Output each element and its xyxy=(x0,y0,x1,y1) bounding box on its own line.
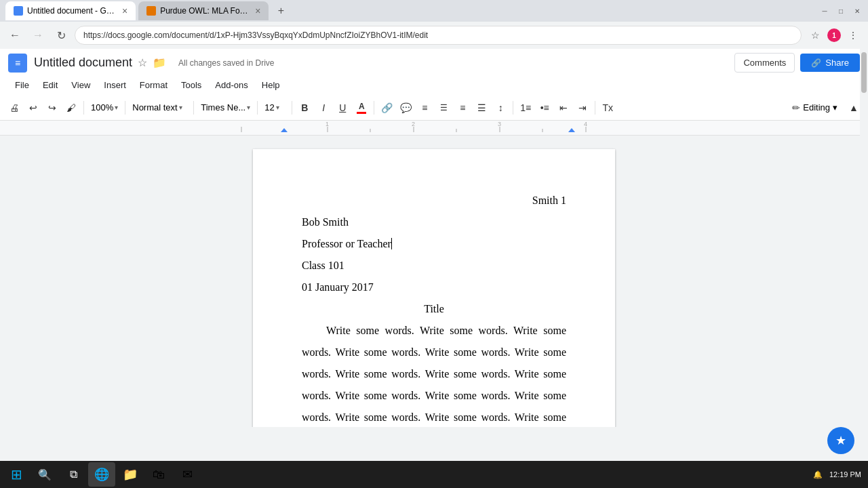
align-center-button[interactable]: ☰ xyxy=(435,99,452,117)
menu-help[interactable]: Help xyxy=(255,77,287,93)
store-icon: 🛍 xyxy=(153,468,165,482)
browser-tab-2[interactable]: Purdue OWL: MLA Formatting... × xyxy=(138,1,269,20)
email-icon: ✉ xyxy=(182,467,193,482)
maximize-button[interactable]: □ xyxy=(835,5,846,16)
undo-button[interactable]: ↩ xyxy=(24,99,42,117)
doc-paragraph-1[interactable]: Write some words. Write some words. Writ… xyxy=(302,320,566,427)
menu-addons[interactable]: Add-ons xyxy=(208,77,254,93)
align-right-button[interactable]: ≡ xyxy=(454,99,471,117)
tab-close-2[interactable]: × xyxy=(255,5,260,16)
settings-icon[interactable]: ⋮ xyxy=(844,26,863,45)
decrease-indent-button[interactable]: ⇤ xyxy=(555,99,572,117)
bold-button[interactable]: B xyxy=(296,99,313,117)
italic-button[interactable]: I xyxy=(315,99,332,117)
editing-mode-select[interactable]: ✏ Editing ▾ xyxy=(787,100,842,115)
toolbar-sep-4 xyxy=(257,101,258,115)
svg-text:3: 3 xyxy=(498,121,501,127)
paint-format-button[interactable]: 🖌 xyxy=(62,99,80,117)
menu-format[interactable]: Format xyxy=(133,77,174,93)
size-select[interactable]: 12 ▾ xyxy=(261,99,288,117)
font-select[interactable]: Times Ne... ▾ xyxy=(197,99,254,117)
gdocs-logo-text: ≡ xyxy=(15,58,20,68)
print-button[interactable]: 🖨 xyxy=(5,99,23,117)
share-button[interactable]: 🔗 Share xyxy=(800,54,860,72)
address-text: https://docs.google.com/document/d/1xP-H… xyxy=(83,30,793,40)
style-select[interactable]: Normal text ▾ xyxy=(129,99,190,117)
forward-button[interactable]: → xyxy=(28,26,47,45)
toolbar-sep-2 xyxy=(125,101,125,115)
start-button[interactable]: ⊞ xyxy=(3,462,30,487)
zoom-select[interactable]: 100% ▾ xyxy=(87,99,121,117)
address-bar[interactable]: https://docs.google.com/document/d/1xP-H… xyxy=(75,26,802,45)
bullet-list-button[interactable]: •≡ xyxy=(536,99,553,117)
scrollbar-track[interactable] xyxy=(860,49,868,455)
text-color-button[interactable]: A xyxy=(353,99,370,117)
toolbar-sep-5 xyxy=(292,101,292,115)
style-arrow: ▾ xyxy=(179,104,182,111)
comments-button[interactable]: Comments xyxy=(734,53,795,73)
browser-chrome: Untitled document - Goo... × Purdue OWL:… xyxy=(0,0,868,49)
size-value: 12 xyxy=(264,102,274,113)
tab-favicon-1 xyxy=(14,6,23,16)
new-tab-button[interactable]: + xyxy=(271,1,290,20)
tab-close-1[interactable]: × xyxy=(122,5,127,16)
increase-indent-button[interactable]: ⇥ xyxy=(574,99,591,117)
color-indicator xyxy=(357,112,366,114)
nav-right-icons: ☆ 1 ⋮ xyxy=(806,26,863,45)
explore-button[interactable]: ★ xyxy=(827,427,854,454)
comment-button[interactable]: 💬 xyxy=(397,99,414,117)
browser-tab-1[interactable]: Untitled document - Goo... × xyxy=(5,1,136,20)
svg-text:1: 1 xyxy=(326,121,329,127)
taskbar-taskview[interactable]: ⧉ xyxy=(60,462,87,487)
text-cursor xyxy=(391,238,392,249)
share-icon: 🔗 xyxy=(811,58,821,68)
style-value: Normal text xyxy=(132,102,177,113)
taskbar-email[interactable]: ✉ xyxy=(174,462,201,487)
editing-arrow: ▾ xyxy=(833,102,837,113)
back-button[interactable]: ← xyxy=(5,26,24,45)
tab-title-1: Untitled document - Goo... xyxy=(27,6,115,16)
document-area[interactable]: Smith 1 Bob Smith Professor or Teacher C… xyxy=(0,136,868,427)
line-spacing-button[interactable]: ↕ xyxy=(492,99,509,117)
menu-file[interactable]: File xyxy=(8,77,36,93)
reload-button[interactable]: ↻ xyxy=(52,26,71,45)
redo-button[interactable]: ↪ xyxy=(43,99,61,117)
justify-button[interactable]: ☰ xyxy=(473,99,490,117)
font-arrow: ▾ xyxy=(247,104,250,111)
taskbar-search[interactable]: 🔍 xyxy=(31,462,58,487)
pencil-icon: ✏ xyxy=(792,102,800,113)
taskbar-store[interactable]: 🛍 xyxy=(145,462,172,487)
browser-title-bar: Untitled document - Goo... × Purdue OWL:… xyxy=(0,0,868,22)
document-page[interactable]: Smith 1 Bob Smith Professor or Teacher C… xyxy=(253,149,615,427)
user-badge[interactable]: 1 xyxy=(827,28,841,42)
scrollbar-thumb[interactable] xyxy=(861,52,867,93)
menu-insert[interactable]: Insert xyxy=(97,77,133,93)
explore-icon: ★ xyxy=(835,433,846,448)
svg-rect-0 xyxy=(0,121,868,134)
zoom-arrow: ▾ xyxy=(115,104,118,111)
menu-view[interactable]: View xyxy=(64,77,97,93)
star-icon[interactable]: ☆ xyxy=(138,56,147,69)
minimize-button[interactable]: ─ xyxy=(819,5,830,16)
align-left-button[interactable]: ≡ xyxy=(416,99,433,117)
text-color-a: A xyxy=(359,102,365,111)
taskbar-chrome[interactable]: 🌐 xyxy=(88,462,115,487)
taskbar-explorer[interactable]: 📁 xyxy=(117,462,144,487)
numbered-list-button[interactable]: 1≡ xyxy=(517,99,534,117)
bookmark-icon[interactable]: ☆ xyxy=(806,26,825,45)
doc-title-label[interactable]: Untitled document xyxy=(34,56,132,70)
menu-edit[interactable]: Edit xyxy=(36,77,64,93)
clear-formatting-button[interactable]: Tx xyxy=(599,99,616,117)
close-button[interactable]: ✕ xyxy=(852,5,863,16)
taskbar-notifications[interactable]: 🔔 xyxy=(809,469,827,481)
taskbar-right: 🔔 12:19 PM xyxy=(809,469,865,481)
windows-icon: ⊞ xyxy=(11,466,22,483)
tab-title-2: Purdue OWL: MLA Formatting... xyxy=(160,6,248,16)
folder-icon[interactable]: 📁 xyxy=(153,56,166,69)
gdocs-toolbar: 🖨 ↩ ↪ 🖌 100% ▾ Normal text ▾ Times Ne...… xyxy=(0,95,868,121)
doc-class: Class 101 xyxy=(302,255,566,277)
menu-tools[interactable]: Tools xyxy=(174,77,208,93)
link-button[interactable]: 🔗 xyxy=(378,99,395,117)
toolbar-sep-3 xyxy=(193,101,194,115)
underline-button[interactable]: U xyxy=(334,99,351,117)
